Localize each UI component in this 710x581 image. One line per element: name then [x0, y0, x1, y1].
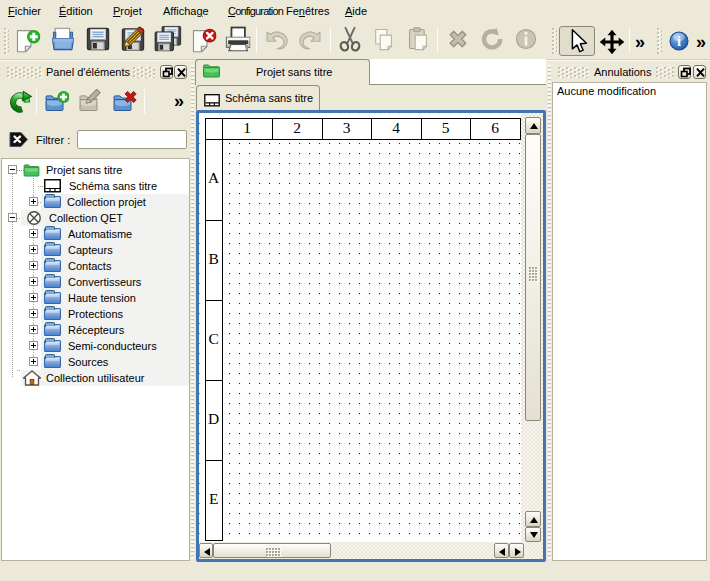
svg-text:5: 5	[442, 119, 450, 136]
svg-text:A: A	[208, 169, 220, 186]
svg-text:6: 6	[491, 119, 499, 136]
svg-text:4: 4	[392, 119, 400, 136]
svg-text:B: B	[209, 250, 219, 267]
svg-text:1: 1	[243, 119, 251, 136]
svg-text:C: C	[209, 330, 219, 347]
svg-text:3: 3	[343, 119, 351, 136]
svg-text:i: i	[677, 33, 681, 49]
svg-text:E: E	[209, 490, 218, 507]
svg-text:D: D	[208, 410, 219, 427]
svg-text:2: 2	[293, 119, 301, 136]
